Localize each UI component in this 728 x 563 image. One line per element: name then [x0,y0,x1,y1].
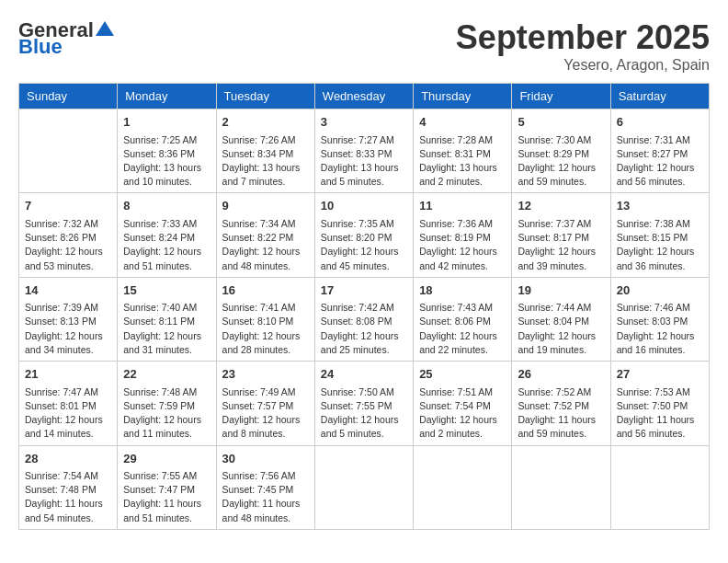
location-text: Yesero, Aragon, Spain [456,57,710,74]
calendar-cell [512,445,610,529]
day-number: 27 [617,365,703,384]
day-number: 21 [25,365,111,384]
day-number: 8 [123,197,210,215]
calendar-cell: 9Sunrise: 7:34 AMSunset: 8:22 PMDaylight… [216,193,314,277]
weekday-header: Sunday [19,84,118,109]
calendar-header-row: SundayMondayTuesdayWednesdayThursdayFrid… [19,84,710,109]
logo: General Blue [18,18,114,59]
weekday-header: Tuesday [216,84,314,109]
logo-icon [96,19,114,38]
calendar-cell: 27Sunrise: 7:53 AMSunset: 7:50 PMDayligh… [610,362,709,445]
calendar-cell: 11Sunrise: 7:36 AMSunset: 8:19 PMDayligh… [414,193,512,277]
day-info: Sunrise: 7:30 AMSunset: 8:29 PMDaylight:… [518,133,604,190]
page-header: General Blue September 2025 Yesero, Arag… [18,18,710,74]
day-number: 25 [419,365,506,384]
day-number: 18 [419,282,506,300]
day-info: Sunrise: 7:25 AMSunset: 8:36 PMDaylight:… [123,133,210,190]
calendar-week-row: 21Sunrise: 7:47 AMSunset: 8:01 PMDayligh… [19,362,710,445]
day-number: 2 [222,113,309,132]
calendar-cell: 10Sunrise: 7:35 AMSunset: 8:20 PMDayligh… [314,193,413,277]
calendar-week-row: 28Sunrise: 7:54 AMSunset: 7:48 PMDayligh… [19,445,710,529]
day-info: Sunrise: 7:37 AMSunset: 8:17 PMDaylight:… [518,217,604,273]
calendar-cell: 19Sunrise: 7:44 AMSunset: 8:04 PMDayligh… [512,277,610,361]
day-info: Sunrise: 7:28 AMSunset: 8:31 PMDaylight:… [419,133,506,190]
calendar-cell: 1Sunrise: 7:25 AMSunset: 8:36 PMDaylight… [118,109,216,193]
day-info: Sunrise: 7:50 AMSunset: 7:55 PMDaylight:… [321,385,407,442]
day-number: 16 [222,282,309,300]
day-number: 11 [419,197,506,215]
day-info: Sunrise: 7:36 AMSunset: 8:19 PMDaylight:… [419,217,506,273]
day-info: Sunrise: 7:32 AMSunset: 8:26 PMDaylight:… [25,217,111,273]
day-number: 1 [123,113,210,132]
calendar-cell: 23Sunrise: 7:49 AMSunset: 7:57 PMDayligh… [216,362,314,445]
calendar-cell: 21Sunrise: 7:47 AMSunset: 8:01 PMDayligh… [19,362,118,445]
calendar-cell: 24Sunrise: 7:50 AMSunset: 7:55 PMDayligh… [314,362,413,445]
month-title: September 2025 [456,18,710,57]
calendar-cell: 7Sunrise: 7:32 AMSunset: 8:26 PMDaylight… [19,193,118,277]
calendar-cell: 15Sunrise: 7:40 AMSunset: 8:11 PMDayligh… [118,277,216,361]
day-info: Sunrise: 7:38 AMSunset: 8:15 PMDaylight:… [617,217,703,273]
day-info: Sunrise: 7:34 AMSunset: 8:22 PMDaylight:… [222,217,309,273]
calendar-cell: 12Sunrise: 7:37 AMSunset: 8:17 PMDayligh… [512,193,610,277]
day-info: Sunrise: 7:44 AMSunset: 8:04 PMDaylight:… [518,301,604,357]
day-number: 13 [617,197,703,215]
weekday-header: Monday [118,84,216,109]
day-number: 9 [222,197,309,215]
calendar-cell: 8Sunrise: 7:33 AMSunset: 8:24 PMDaylight… [118,193,216,277]
calendar-cell: 17Sunrise: 7:42 AMSunset: 8:08 PMDayligh… [314,277,413,361]
day-info: Sunrise: 7:46 AMSunset: 8:03 PMDaylight:… [617,301,703,357]
day-number: 7 [25,197,111,215]
day-info: Sunrise: 7:56 AMSunset: 7:45 PMDaylight:… [222,469,309,525]
day-number: 15 [123,282,210,300]
calendar-week-row: 14Sunrise: 7:39 AMSunset: 8:13 PMDayligh… [19,277,710,361]
day-number: 14 [25,282,111,300]
calendar-cell: 20Sunrise: 7:46 AMSunset: 8:03 PMDayligh… [610,277,709,361]
day-number: 28 [25,450,111,468]
day-number: 26 [518,365,604,384]
day-number: 30 [222,450,309,468]
day-info: Sunrise: 7:55 AMSunset: 7:47 PMDaylight:… [123,469,210,525]
calendar-cell: 2Sunrise: 7:26 AMSunset: 8:34 PMDaylight… [216,109,314,193]
day-info: Sunrise: 7:33 AMSunset: 8:24 PMDaylight:… [123,217,210,273]
calendar-week-row: 1Sunrise: 7:25 AMSunset: 8:36 PMDaylight… [19,109,710,193]
calendar-week-row: 7Sunrise: 7:32 AMSunset: 8:26 PMDaylight… [19,193,710,277]
calendar-cell: 25Sunrise: 7:51 AMSunset: 7:54 PMDayligh… [414,362,512,445]
day-number: 29 [123,450,210,468]
day-info: Sunrise: 7:52 AMSunset: 7:52 PMDaylight:… [518,385,604,442]
calendar-cell [314,445,413,529]
day-number: 23 [222,365,309,384]
calendar-cell [414,445,512,529]
calendar-cell [610,445,709,529]
day-info: Sunrise: 7:47 AMSunset: 8:01 PMDaylight:… [25,385,111,442]
day-info: Sunrise: 7:35 AMSunset: 8:20 PMDaylight:… [321,217,407,273]
header-right: September 2025 Yesero, Aragon, Spain [456,18,710,74]
day-info: Sunrise: 7:27 AMSunset: 8:33 PMDaylight:… [321,133,407,190]
day-number: 20 [617,282,703,300]
calendar-cell: 18Sunrise: 7:43 AMSunset: 8:06 PMDayligh… [414,277,512,361]
day-number: 5 [518,113,604,132]
svg-marker-0 [96,21,114,36]
day-number: 19 [518,282,604,300]
day-number: 10 [321,197,407,215]
weekday-header: Wednesday [314,84,413,109]
day-info: Sunrise: 7:51 AMSunset: 7:54 PMDaylight:… [419,385,506,442]
calendar-cell: 30Sunrise: 7:56 AMSunset: 7:45 PMDayligh… [216,445,314,529]
day-info: Sunrise: 7:39 AMSunset: 8:13 PMDaylight:… [25,301,111,357]
calendar-table: SundayMondayTuesdayWednesdayThursdayFrid… [18,83,710,530]
calendar-cell: 6Sunrise: 7:31 AMSunset: 8:27 PMDaylight… [610,109,709,193]
calendar-cell: 22Sunrise: 7:48 AMSunset: 7:59 PMDayligh… [118,362,216,445]
day-info: Sunrise: 7:53 AMSunset: 7:50 PMDaylight:… [617,385,703,442]
weekday-header: Thursday [414,84,512,109]
day-info: Sunrise: 7:54 AMSunset: 7:48 PMDaylight:… [25,469,111,525]
calendar-cell: 16Sunrise: 7:41 AMSunset: 8:10 PMDayligh… [216,277,314,361]
day-number: 24 [321,365,407,384]
calendar-cell [19,109,118,193]
day-info: Sunrise: 7:41 AMSunset: 8:10 PMDaylight:… [222,301,309,357]
calendar-cell: 14Sunrise: 7:39 AMSunset: 8:13 PMDayligh… [19,277,118,361]
day-info: Sunrise: 7:26 AMSunset: 8:34 PMDaylight:… [222,133,309,190]
calendar-cell: 13Sunrise: 7:38 AMSunset: 8:15 PMDayligh… [610,193,709,277]
day-info: Sunrise: 7:43 AMSunset: 8:06 PMDaylight:… [419,301,506,357]
calendar-cell: 3Sunrise: 7:27 AMSunset: 8:33 PMDaylight… [314,109,413,193]
calendar-cell: 28Sunrise: 7:54 AMSunset: 7:48 PMDayligh… [19,445,118,529]
day-info: Sunrise: 7:40 AMSunset: 8:11 PMDaylight:… [123,301,210,357]
